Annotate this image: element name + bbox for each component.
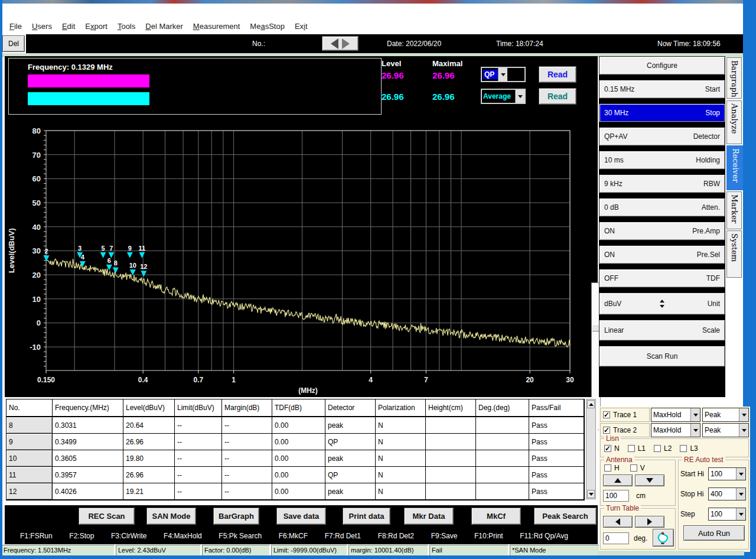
menu-item-file[interactable]: File [9, 22, 22, 31]
antenna-h-toggle[interactable]: H [604, 464, 620, 472]
turntable-left-button[interactable] [603, 516, 633, 528]
y-tick-label: 30 [32, 246, 41, 255]
turntable-angle-input[interactable] [603, 532, 629, 544]
dropdown-arrow-icon[interactable] [736, 488, 745, 500]
read-detector2-button[interactable]: Read [539, 88, 576, 105]
sidebar-button-start[interactable]: 0.15 MHzStart [599, 80, 725, 99]
sidebar-button-rbw[interactable]: 9 kHzRBW [599, 174, 725, 193]
dropdown-arrow-icon[interactable] [515, 90, 524, 103]
print-data-button[interactable]: Print data [343, 508, 390, 525]
menu-item-users[interactable]: Users [32, 22, 52, 31]
sidebar-button-pre-amp[interactable]: ONPre.Amp [599, 222, 725, 240]
step-select[interactable]: 100 [708, 508, 746, 521]
trace-2-mode-select[interactable]: MaxHold [651, 423, 700, 437]
menu-item-edit[interactable]: Edit [62, 22, 75, 31]
table-scrollbar[interactable] [586, 399, 596, 499]
mkr-data-button[interactable]: Mkr Data [404, 508, 454, 525]
spinner-up-icon[interactable] [660, 300, 664, 303]
dropdown-arrow-icon[interactable] [736, 508, 745, 520]
tab-receiver[interactable]: Receiver [726, 145, 744, 190]
dropdown-arrow-icon[interactable] [690, 408, 700, 421]
sidebar-button-detector[interactable]: QP+AVDetector [599, 127, 725, 146]
antenna-v-checkbox[interactable] [630, 464, 637, 472]
antenna-height-input[interactable] [603, 490, 629, 502]
sidebar-button-holding[interactable]: 10 msHolding [599, 151, 725, 170]
sidebar-button-atten[interactable]: 0 dBAtten. [599, 198, 725, 217]
dropdown-arrow-icon[interactable] [736, 468, 745, 480]
lisn-l1-checkbox[interactable] [628, 445, 635, 452]
table-cell [476, 417, 529, 434]
detector1-select[interactable]: QP [481, 67, 526, 82]
lisn-option-l3[interactable]: L3 [680, 444, 698, 453]
read-detector1-button[interactable]: Read [539, 66, 576, 83]
del-button[interactable]: Del [2, 35, 25, 52]
antenna-up-button[interactable] [603, 474, 633, 486]
menu-item-export[interactable]: Export [85, 22, 107, 31]
trace-1-toggle[interactable]: ✓Trace 1 [600, 408, 650, 422]
lisn-l3-checkbox[interactable] [680, 445, 687, 452]
sidebar-button-tdf[interactable]: OFFTDF [599, 269, 725, 288]
trace-2-checkbox[interactable]: ✓ [603, 427, 610, 434]
window-left-edge [0, 0, 2, 559]
save-data-button[interactable]: Save data [276, 508, 326, 525]
start-height-select[interactable]: 100 [708, 467, 746, 480]
dropdown-arrow-icon[interactable] [739, 424, 748, 437]
menu-item-measstop[interactable]: MeasStop [250, 22, 285, 31]
scroll-up-icon[interactable] [587, 400, 595, 408]
menu-item-exit[interactable]: Exit [295, 22, 308, 31]
sidebar-button-configure[interactable]: Configure [599, 56, 725, 75]
row-number-cell[interactable]: 8 [6, 417, 53, 434]
lisn-option-n[interactable]: ✓N [604, 444, 620, 453]
lisn-option-l1[interactable]: L1 [628, 444, 646, 453]
manual-rotate-button[interactable] [653, 529, 674, 547]
table-cell: peak [325, 417, 376, 434]
dropdown-arrow-icon[interactable] [498, 68, 507, 81]
tab-marker[interactable]: Marker [726, 191, 742, 229]
dropdown-arrow-icon[interactable] [739, 408, 748, 421]
trace-1-detector-select[interactable]: Peak [702, 408, 749, 422]
trace-2-detector-select[interactable]: Peak [702, 423, 749, 437]
stop-height-select[interactable]: 400 [708, 488, 746, 500]
tab-system[interactable]: System [726, 230, 742, 278]
unit-spinner[interactable] [660, 300, 664, 308]
auto-run-button[interactable]: Auto Run [683, 525, 745, 541]
sidebar-button-pre-sel[interactable]: ONPre.Sel [599, 245, 725, 264]
san-mode-button[interactable]: SAN Mode [146, 508, 196, 525]
turntable-right-button[interactable] [635, 516, 664, 528]
sidebar-button-unit[interactable]: dBuVUnit [599, 292, 725, 315]
dropdown-arrow-icon[interactable] [690, 424, 700, 437]
sidebar-button-scan-run[interactable]: Scan Run [599, 346, 725, 367]
bargraph-button[interactable]: BarGraph [213, 508, 259, 525]
turn-table-group: Turn Table deg. [600, 508, 676, 550]
table-cell: -- [175, 483, 222, 500]
sidebar-button-scale[interactable]: LinearScale [599, 320, 725, 341]
detector2-select[interactable]: Average [481, 89, 526, 104]
scroll-down-icon[interactable] [587, 490, 595, 498]
rec-scan-button[interactable]: REC Scan [79, 508, 135, 525]
menu-item-measurement[interactable]: Measurement [193, 22, 240, 31]
antenna-down-button[interactable] [635, 474, 664, 486]
lisn-n-checkbox[interactable]: ✓ [604, 445, 611, 452]
trace-1-mode-select[interactable]: MaxHold [651, 408, 700, 422]
spinner-down-icon[interactable] [660, 305, 664, 308]
antenna-v-toggle[interactable]: V [630, 464, 645, 472]
row-number-cell[interactable]: 10 [6, 450, 53, 467]
sidebar-button-stop[interactable]: 30 MHzStop [599, 103, 725, 122]
menu-item-tools[interactable]: Tools [118, 22, 135, 31]
marker-8-label: 8 [114, 259, 118, 266]
tab-bargraph[interactable]: Bargraph [726, 57, 742, 99]
row-number-cell[interactable]: 12 [6, 483, 53, 500]
record-nav-buttons[interactable] [322, 36, 359, 51]
lisn-option-l2[interactable]: L2 [654, 444, 672, 453]
tab-analyze[interactable]: Analyze [726, 100, 742, 144]
row-number-cell[interactable]: 9 [6, 434, 53, 450]
menu-item-del-marker[interactable]: Del Marker [145, 22, 183, 31]
mkcf-button[interactable]: MkCf [471, 508, 521, 525]
peak-search-button[interactable]: Peak Search [534, 508, 597, 525]
row-number-cell[interactable]: 11 [6, 467, 53, 483]
prev-record-icon[interactable] [331, 38, 338, 49]
next-record-icon[interactable] [342, 38, 350, 49]
antenna-h-checkbox[interactable] [604, 464, 611, 472]
trace-1-checkbox[interactable]: ✓ [603, 411, 610, 418]
lisn-l2-checkbox[interactable] [654, 445, 661, 452]
